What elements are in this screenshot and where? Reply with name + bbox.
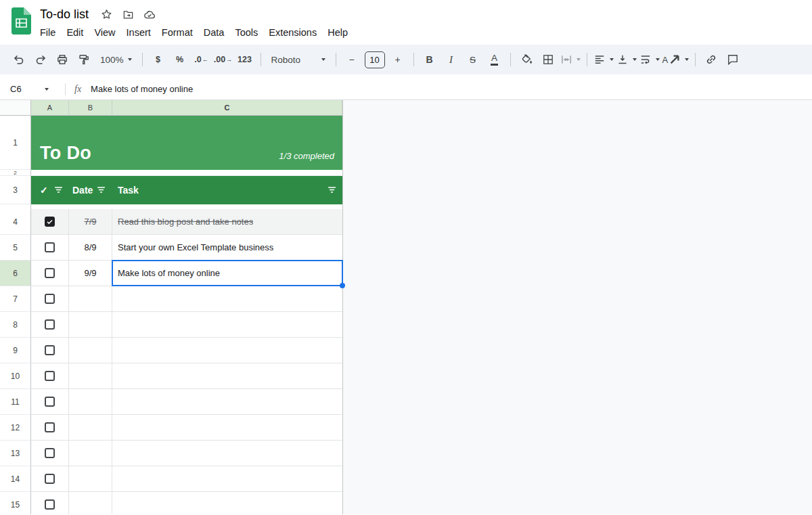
- row-header-12[interactable]: 12: [0, 415, 31, 441]
- checkbox-unchecked[interactable]: [45, 371, 55, 381]
- task-cell[interactable]: [112, 415, 342, 441]
- vertical-align-button[interactable]: [616, 50, 637, 69]
- task-cell[interactable]: [112, 389, 342, 415]
- task-cell[interactable]: [112, 338, 342, 363]
- row-header-11[interactable]: 11: [0, 389, 31, 415]
- insert-comment-button[interactable]: [723, 50, 742, 69]
- hidden-row-cells[interactable]: [31, 170, 342, 176]
- menu-help[interactable]: Help: [322, 24, 353, 41]
- date-cell[interactable]: 7/9: [69, 209, 112, 235]
- percent-format-button[interactable]: %: [171, 50, 189, 69]
- undo-button[interactable]: [9, 50, 28, 69]
- increase-font-size-button[interactable]: +: [388, 50, 407, 69]
- menu-edit[interactable]: Edit: [61, 24, 89, 41]
- checkbox-unchecked[interactable]: [45, 474, 55, 484]
- checkbox-unchecked[interactable]: [45, 242, 55, 252]
- italic-button[interactable]: I: [442, 50, 461, 69]
- checkbox-unchecked[interactable]: [45, 499, 55, 510]
- task-cell[interactable]: [112, 441, 342, 466]
- checkbox-unchecked[interactable]: [45, 294, 55, 304]
- date-cell[interactable]: [69, 492, 112, 514]
- fill-handle[interactable]: [340, 283, 345, 288]
- more-formats-button[interactable]: 123: [235, 50, 254, 69]
- header-date-cell[interactable]: Date: [69, 176, 112, 204]
- column-header-a[interactable]: A: [31, 100, 69, 116]
- zoom-selector[interactable]: 100%: [96, 50, 136, 69]
- checkbox-unchecked[interactable]: [45, 397, 55, 407]
- checkbox-cell[interactable]: [31, 492, 69, 514]
- filter-icon[interactable]: [328, 187, 336, 194]
- select-all-corner[interactable]: [0, 100, 31, 116]
- formula-input[interactable]: Make lots of money online: [91, 84, 193, 94]
- paint-format-button[interactable]: [74, 50, 93, 69]
- increase-decimal-button[interactable]: .00→: [214, 50, 233, 69]
- row-header-1[interactable]: 1: [0, 116, 31, 170]
- doc-status-button[interactable]: [140, 7, 159, 23]
- row-header-10[interactable]: 10: [0, 363, 31, 389]
- task-cell[interactable]: [112, 363, 342, 389]
- checkbox-cell[interactable]: [31, 415, 69, 441]
- row-header-3[interactable]: 3: [0, 176, 31, 204]
- horizontal-align-button[interactable]: [593, 50, 614, 69]
- menu-tools[interactable]: Tools: [229, 24, 263, 41]
- text-wrap-button[interactable]: [639, 50, 660, 69]
- doc-title[interactable]: To-do list: [40, 7, 89, 22]
- row-header-4[interactable]: 4: [0, 209, 31, 235]
- row-header-13[interactable]: 13: [0, 441, 31, 466]
- borders-button[interactable]: [539, 50, 558, 69]
- checkbox-cell[interactable]: [31, 363, 69, 389]
- checkbox-cell[interactable]: [31, 389, 69, 415]
- checkbox-cell[interactable]: [31, 209, 69, 235]
- date-cell[interactable]: [69, 466, 112, 492]
- row-header-6[interactable]: 6: [0, 261, 31, 286]
- checkbox-cell[interactable]: [31, 261, 69, 286]
- todo-banner-cell[interactable]: To Do 1/3 completed: [31, 116, 342, 170]
- task-cell[interactable]: Start your own Excel Template business: [112, 235, 342, 261]
- row-header-8[interactable]: 8: [0, 312, 31, 338]
- row-header-2[interactable]: 2: [0, 170, 31, 176]
- move-folder-button[interactable]: [118, 7, 137, 23]
- text-rotation-button[interactable]: A: [662, 50, 690, 69]
- task-cell[interactable]: [112, 492, 342, 514]
- checkbox-unchecked[interactable]: [45, 448, 55, 458]
- row-header-15[interactable]: 15: [0, 492, 31, 514]
- decrease-font-size-button[interactable]: −: [342, 50, 361, 69]
- column-header-b[interactable]: B: [69, 100, 112, 116]
- insert-link-button[interactable]: [702, 50, 721, 69]
- task-cell[interactable]: [112, 286, 342, 312]
- checkbox-cell[interactable]: [31, 286, 69, 312]
- checkbox-cell[interactable]: [31, 235, 69, 261]
- sheets-logo-icon[interactable]: [12, 7, 31, 35]
- merge-cells-button[interactable]: [560, 50, 581, 69]
- font-size-input[interactable]: 10: [365, 51, 385, 68]
- decrease-decimal-button[interactable]: .0←: [192, 50, 211, 69]
- menu-format[interactable]: Format: [156, 24, 198, 41]
- date-cell[interactable]: [69, 363, 112, 389]
- checkbox-unchecked[interactable]: [45, 268, 55, 278]
- checkbox-unchecked[interactable]: [45, 319, 55, 330]
- bold-button[interactable]: B: [420, 50, 439, 69]
- date-cell[interactable]: [69, 441, 112, 466]
- header-task-cell[interactable]: Task: [112, 176, 342, 204]
- checkbox-cell[interactable]: [31, 466, 69, 492]
- fill-color-button[interactable]: [517, 50, 536, 69]
- date-cell[interactable]: [69, 389, 112, 415]
- row-header-9[interactable]: 9: [0, 338, 31, 363]
- row-header-14[interactable]: 14: [0, 466, 31, 492]
- checkbox-unchecked[interactable]: [45, 345, 55, 355]
- checkbox-cell[interactable]: [31, 312, 69, 338]
- strikethrough-button[interactable]: S: [464, 50, 482, 69]
- checkbox-cell[interactable]: [31, 338, 69, 363]
- name-box[interactable]: C6: [0, 79, 65, 99]
- menu-extensions[interactable]: Extensions: [263, 24, 322, 41]
- print-button[interactable]: [53, 50, 72, 69]
- header-check-cell[interactable]: ✓: [31, 176, 69, 204]
- font-family-selector[interactable]: Roboto: [267, 50, 330, 69]
- checkbox-checked[interactable]: [45, 217, 55, 227]
- menu-data[interactable]: Data: [198, 24, 230, 41]
- date-cell[interactable]: [69, 312, 112, 338]
- date-cell[interactable]: [69, 415, 112, 441]
- checkbox-cell[interactable]: [31, 441, 69, 466]
- row-header-5[interactable]: 5: [0, 235, 31, 261]
- menu-view[interactable]: View: [89, 24, 120, 41]
